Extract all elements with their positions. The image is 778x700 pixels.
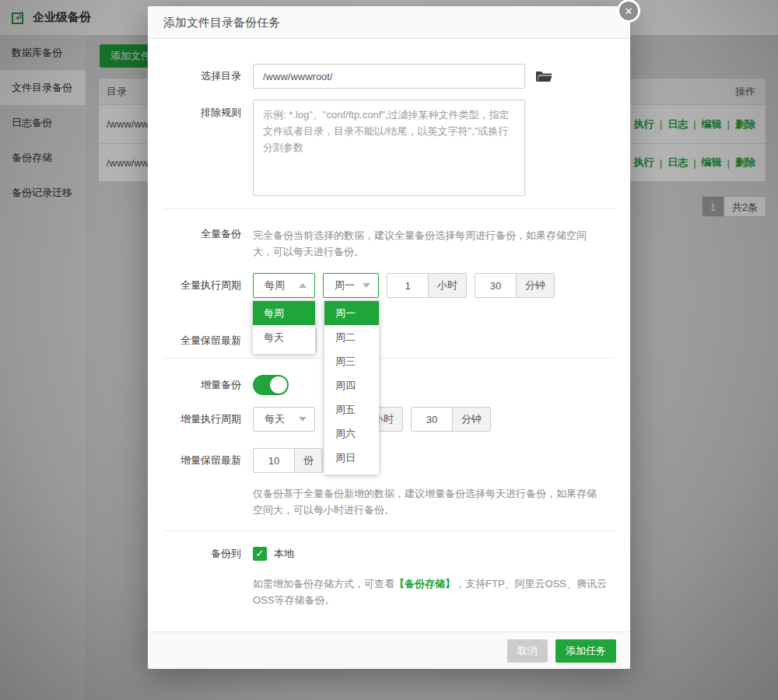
incr-cycle-label: 增量执行周期 [163, 412, 241, 426]
chevron-down-icon [363, 283, 370, 288]
incr-keep-row: 增量保留最新 份 [163, 448, 323, 473]
full-minute-group: 分钟 [475, 273, 555, 298]
day-option-wed[interactable]: 周三 [324, 349, 379, 373]
incr-keep-input[interactable] [254, 449, 294, 472]
full-hour-input[interactable] [387, 274, 428, 297]
full-freq-value: 每周 [265, 278, 285, 292]
full-minute-input[interactable] [475, 274, 516, 297]
select-dir-label: 选择目录 [163, 69, 241, 83]
exclude-rules-textarea[interactable] [253, 100, 525, 196]
close-icon: ✕ [625, 5, 633, 17]
incr-minute-input[interactable] [412, 408, 452, 431]
incr-freq-select[interactable]: 每天 [253, 407, 315, 432]
full-backup-row: 全量备份 完全备份当前选择的数据，建议全量备份选择每周进行备份，如果存储空间大，… [163, 227, 601, 260]
day-option-fri[interactable]: 周五 [324, 397, 379, 422]
folder-icon[interactable] [535, 69, 552, 83]
divider [163, 208, 615, 209]
full-cycle-label: 全量执行周期 [163, 278, 241, 292]
incr-keep-group: 份 [253, 448, 323, 473]
divider [163, 530, 615, 531]
divider [163, 358, 615, 359]
backup-dest-label: 备份到 [163, 547, 241, 561]
full-cycle-row: 全量执行周期 每周 周一 小时 分钟 [163, 273, 555, 298]
day-option-thu[interactable]: 周四 [324, 373, 379, 397]
incr-keep-unit: 份 [294, 449, 322, 472]
check-icon: ✓ [256, 548, 265, 559]
day-option-tue[interactable]: 周二 [324, 325, 379, 349]
submit-button[interactable]: 添加任务 [555, 639, 616, 663]
toggle-knob [270, 376, 287, 394]
day-option-sun[interactable]: 周日 [324, 446, 379, 470]
freq-dropdown: 每周 每天 [253, 301, 315, 354]
local-checkbox[interactable]: ✓ [253, 547, 267, 561]
backup-dest-row: 备份到 ✓ 本地 [163, 547, 294, 561]
incr-toggle[interactable] [253, 375, 289, 395]
exclude-rules-row: 排除规则 [163, 100, 525, 196]
full-day-select[interactable]: 周一 [323, 273, 379, 298]
incr-minute-group: 分钟 [411, 407, 491, 432]
incr-freq-value: 每天 [265, 412, 285, 426]
select-dir-row: 选择目录 [163, 64, 552, 89]
dest-desc-before: 如需增加备份存储方式，可查看 [253, 578, 394, 590]
exclude-rules-label: 排除规则 [163, 106, 241, 120]
full-hour-group: 小时 [387, 273, 467, 298]
freq-option-weekly[interactable]: 每周 [253, 301, 315, 325]
cancel-button[interactable]: 取消 [507, 639, 548, 663]
freq-option-daily[interactable]: 每天 [253, 325, 315, 349]
incr-minute-unit: 分钟 [452, 408, 490, 431]
full-backup-desc: 完全备份当前选择的数据，建议全量备份选择每周进行备份，如果存储空间大，可以每天进… [253, 227, 601, 260]
close-button[interactable]: ✕ [617, 0, 640, 23]
local-label: 本地 [274, 547, 294, 561]
day-option-mon[interactable]: 周一 [324, 301, 379, 325]
chevron-up-icon [299, 283, 307, 288]
modal-title: 添加文件目录备份任务 [148, 6, 630, 39]
add-backup-task-modal: 添加文件目录备份任务 ✕ 选择目录 排除规则 全量备份 完全备份当前选择的数据，… [148, 6, 630, 669]
full-hour-unit: 小时 [428, 274, 466, 297]
incr-backup-desc: 仅备份基于全量备份新增的数据，建议增量备份选择每天进行备份，如果存储空间大，可以… [253, 485, 605, 518]
chevron-down-icon [299, 417, 307, 422]
day-option-sat[interactable]: 周六 [324, 422, 379, 446]
full-backup-label: 全量备份 [163, 227, 241, 241]
backup-storage-link[interactable]: 【备份存储】 [394, 578, 455, 590]
dir-input[interactable] [253, 64, 525, 89]
day-dropdown: 周一 周二 周三 周四 周五 周六 周日 [324, 301, 379, 474]
incr-backup-label: 增量备份 [163, 378, 241, 392]
backup-dest-desc: 如需增加备份存储方式，可查看【备份存储】，支持FTP、阿里云OSS、腾讯云OSS… [253, 576, 607, 608]
full-day-value: 周一 [335, 278, 355, 292]
incr-keep-label: 增量保留最新 [163, 453, 241, 467]
full-keep-label: 全量保留最新 [163, 334, 241, 348]
incr-backup-row: 增量备份 [163, 375, 289, 395]
modal-footer: 取消 添加任务 [148, 632, 630, 669]
full-freq-select[interactable]: 每周 [253, 273, 315, 298]
full-minute-unit: 分钟 [516, 274, 554, 297]
